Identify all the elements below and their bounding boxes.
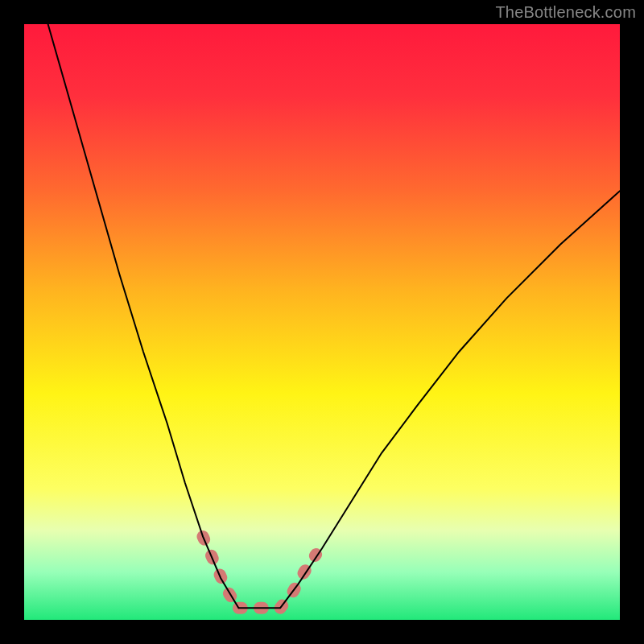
plot-area [24, 24, 620, 620]
gradient-background [24, 24, 620, 620]
chart-svg [24, 24, 620, 620]
watermark-text: TheBottleneck.com [495, 3, 636, 22]
chart-frame: TheBottleneck.com [0, 0, 644, 644]
